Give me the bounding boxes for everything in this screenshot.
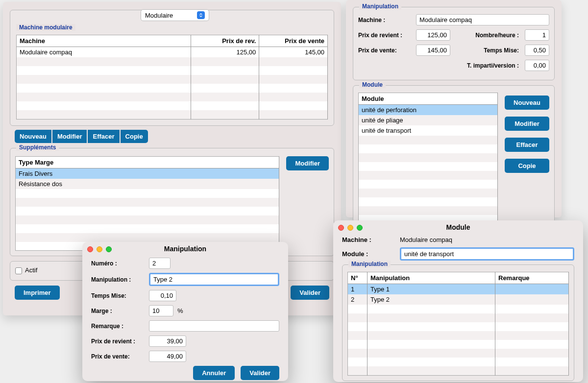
nbh-input[interactable] bbox=[525, 29, 549, 41]
annuler-button[interactable]: Annuler bbox=[193, 366, 235, 380]
zoom-icon[interactable] bbox=[357, 225, 363, 231]
traffic-lights[interactable] bbox=[338, 225, 363, 231]
temps-input[interactable] bbox=[525, 45, 549, 56]
table-row[interactable]: unité de transport bbox=[359, 125, 498, 136]
rev-input[interactable] bbox=[416, 29, 450, 41]
machine-input[interactable] bbox=[416, 14, 549, 25]
close-icon[interactable] bbox=[338, 225, 344, 231]
module-copie-button[interactable]: Copie bbox=[505, 159, 549, 173]
manipulation-section-title: Manipulation bbox=[359, 3, 401, 10]
chevron-updown-icon bbox=[197, 11, 205, 19]
minimize-icon[interactable] bbox=[347, 225, 353, 231]
module-machine-value: Modulaire compaq bbox=[400, 236, 452, 243]
table-row[interactable]: unité de perforation bbox=[359, 105, 498, 116]
module-table[interactable]: Module unité de perforation unité de pli… bbox=[358, 93, 498, 224]
module-modifier-button[interactable]: Modifier bbox=[505, 117, 549, 131]
marge-input[interactable] bbox=[149, 305, 173, 316]
minimize-icon[interactable] bbox=[97, 246, 102, 252]
module-manip-section-title: Manipulation bbox=[348, 261, 391, 267]
close-icon[interactable] bbox=[87, 246, 93, 252]
table-row[interactable]: unité de pliage bbox=[359, 115, 498, 125]
type-dropdown[interactable]: Modulaire bbox=[141, 9, 209, 21]
imprimer-button[interactable]: Imprimer bbox=[15, 286, 60, 300]
module-effacer-button[interactable]: Effacer bbox=[505, 138, 549, 152]
traffic-lights[interactable] bbox=[87, 246, 112, 252]
col-machine: Machine bbox=[17, 35, 191, 47]
valider-button[interactable]: Valider bbox=[241, 366, 279, 380]
right-panel: Manipulation Machine : Prix de revient :… bbox=[346, 0, 562, 217]
remarque-input[interactable] bbox=[149, 320, 279, 332]
machine-section-title: Machine modulaire bbox=[16, 24, 75, 31]
imparti-input[interactable] bbox=[525, 60, 549, 71]
temps-mise-input[interactable] bbox=[149, 290, 176, 301]
table-row[interactable]: Résistance dos bbox=[16, 179, 279, 189]
module-section-title: Module bbox=[359, 81, 386, 88]
supp-modifier-button[interactable]: Modifier bbox=[286, 156, 329, 170]
supplements-section-title: Suppléments bbox=[16, 144, 59, 151]
effacer-button[interactable]: Effacer bbox=[88, 130, 119, 143]
table-row[interactable]: 1 Type 1 bbox=[348, 284, 569, 295]
manipulation-modal: Manipulation Numéro : Manipulation : Tem… bbox=[82, 242, 288, 381]
table-row[interactable]: 2 Type 2 bbox=[348, 294, 569, 305]
supplements-table[interactable]: Type Marge Frais Divers Résistance dos bbox=[15, 156, 279, 251]
module-nouveau-button[interactable]: Nouveau bbox=[505, 96, 549, 110]
zoom-icon[interactable] bbox=[106, 246, 112, 252]
machine-table[interactable]: Machine Prix de rev. Prix de vente Modul… bbox=[16, 35, 328, 120]
valider-button[interactable]: Valider bbox=[291, 286, 329, 300]
prix-rev-input[interactable] bbox=[149, 335, 186, 347]
manipulation-input[interactable] bbox=[149, 273, 279, 286]
copie-button[interactable]: Copie bbox=[121, 130, 148, 143]
dropdown-value: Modulaire bbox=[145, 12, 173, 19]
nouveau-button[interactable]: Nouveau bbox=[15, 130, 51, 143]
numero-input[interactable] bbox=[149, 258, 171, 269]
modifier-button[interactable]: Modifier bbox=[52, 130, 87, 143]
prix-vente-input[interactable] bbox=[149, 351, 186, 362]
col-rev: Prix de rev. bbox=[191, 35, 259, 47]
module-name-input[interactable] bbox=[400, 247, 574, 261]
col-type-marge: Type Marge bbox=[16, 156, 279, 168]
table-row[interactable]: Frais Divers bbox=[16, 168, 279, 179]
actif-checkbox[interactable]: Actif bbox=[15, 266, 37, 274]
modal-title: Manipulation bbox=[82, 242, 288, 255]
module-manip-table[interactable]: N° Manipulation Remarque 1 Type 1 2 Type… bbox=[347, 272, 569, 376]
modal-title: Module bbox=[333, 220, 583, 233]
col-vente: Prix de vente bbox=[259, 35, 328, 47]
vente-input[interactable] bbox=[416, 45, 450, 56]
module-modal: Module Machine : Modulaire compaq Module… bbox=[333, 220, 583, 382]
table-row[interactable]: Modulaire compaq 125,00 145,00 bbox=[17, 47, 328, 58]
machine-button-group: Nouveau Modifier Effacer Copie bbox=[15, 130, 334, 143]
